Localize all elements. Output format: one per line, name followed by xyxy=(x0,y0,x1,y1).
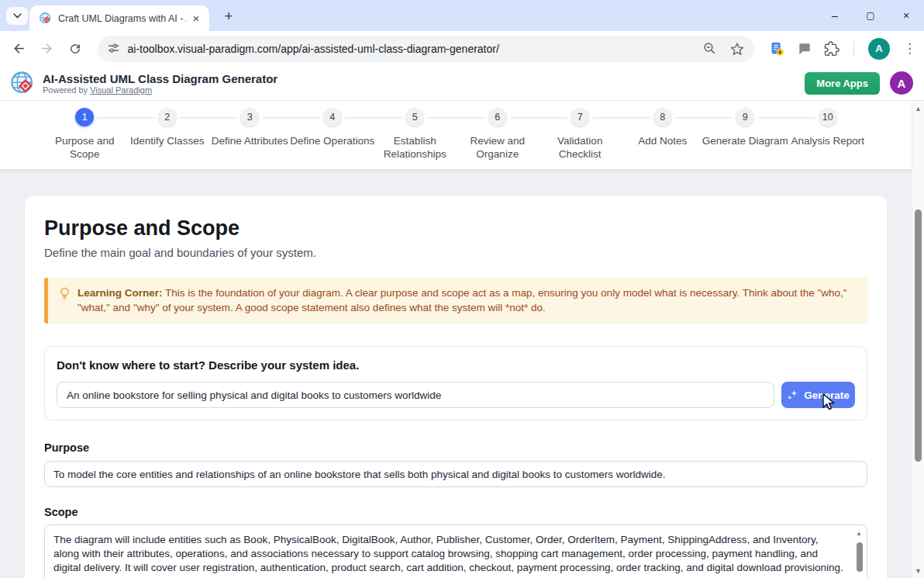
stepper-step-define-operations[interactable]: 4Define Operations xyxy=(291,108,374,161)
step-number: 10 xyxy=(819,108,837,126)
scope-label: Scope xyxy=(44,506,867,518)
describe-heading: Don't know where to start? Describe your… xyxy=(57,358,855,372)
stepper-step-add-notes[interactable]: 8Add Notes xyxy=(622,108,705,161)
stepper-step-purpose-and-scope[interactable]: 1Purpose and Scope xyxy=(43,108,126,161)
describe-panel: Don't know where to start? Describe your… xyxy=(44,346,867,421)
step-number: 6 xyxy=(488,108,507,126)
step-number: 9 xyxy=(736,108,754,126)
browser-toolbar: ai-toolbox.visual-paradigm.com/app/ai-as… xyxy=(0,31,924,66)
generate-button[interactable]: Generate xyxy=(781,382,855,408)
app-title: AI-Assisted UML Class Diagram Generator xyxy=(43,72,278,85)
maximize-button[interactable]: ▢ xyxy=(853,0,888,31)
page-content: 1Purpose and Scope 2Identify Classes 3De… xyxy=(0,101,912,578)
toolbar-extensions-area: A ⋮ xyxy=(768,38,924,60)
step-label: Define Attributes xyxy=(205,134,295,147)
step-label: Define Operations xyxy=(288,134,378,147)
step-number: 3 xyxy=(240,108,259,126)
reload-icon xyxy=(68,42,82,56)
step-label: Add Notes xyxy=(618,134,708,147)
step-number: 7 xyxy=(571,108,589,126)
page-title: Purpose and Scope xyxy=(44,216,867,241)
page-scrollbar-thumb[interactable] xyxy=(915,209,922,462)
scope-textarea[interactable]: The diagram will include entities such a… xyxy=(44,524,867,578)
step-label: Establish Relationships xyxy=(370,134,460,161)
reading-list-icon[interactable] xyxy=(768,40,785,57)
site-settings-icon[interactable] xyxy=(107,42,120,55)
stepper-step-validation-checklist[interactable]: 7Validation Checklist xyxy=(539,108,622,161)
browser-titlebar: Craft UML Diagrams with AI - A × + – ▢ × xyxy=(0,0,924,31)
stepper-step-generate-diagram[interactable]: 9Generate Diagram xyxy=(704,108,787,161)
step-label: Purpose and Scope xyxy=(40,134,129,161)
tab-close-icon[interactable]: × xyxy=(189,12,203,26)
forward-icon xyxy=(40,41,54,56)
step-label: Identify Classes xyxy=(122,134,212,147)
visual-paradigm-link[interactable]: Visual Paradigm xyxy=(90,85,152,95)
page-subtitle: Define the main goal and boundaries of y… xyxy=(44,246,867,259)
step-label: Review and Organize xyxy=(453,134,543,161)
generate-label: Generate xyxy=(804,389,850,401)
sparkles-icon xyxy=(787,389,798,401)
stepper-step-review-and-organize[interactable]: 6Review and Organize xyxy=(457,108,540,161)
visual-paradigm-logo xyxy=(9,70,36,96)
minimize-button[interactable]: – xyxy=(817,0,853,31)
chevron-down-icon xyxy=(13,13,22,19)
step-number: 8 xyxy=(653,108,672,126)
stepper-step-establish-relationships[interactable]: 5Establish Relationships xyxy=(374,108,457,161)
url-bar[interactable]: ai-toolbox.visual-paradigm.com/app/ai-as… xyxy=(98,36,754,62)
zoom-icon[interactable] xyxy=(702,41,717,56)
step-number: 5 xyxy=(405,108,424,126)
bookmark-star-icon[interactable] xyxy=(729,41,745,57)
step-number: 4 xyxy=(323,108,342,126)
back-button[interactable] xyxy=(8,37,31,61)
browser-menu-icon[interactable]: ⋮ xyxy=(903,40,916,57)
scroll-up-icon[interactable]: ▲ xyxy=(856,530,862,537)
new-tab-button[interactable]: + xyxy=(219,7,239,26)
step-number: 1 xyxy=(75,108,94,126)
learning-corner: Learning Corner: This is the foundation … xyxy=(44,278,867,324)
step-label: Validation Checklist xyxy=(535,134,625,161)
forward-button[interactable] xyxy=(36,37,59,61)
stepper-step-define-attributes[interactable]: 3Define Attributes xyxy=(209,108,291,161)
visual-paradigm-favicon xyxy=(39,12,52,25)
scroll-up-icon[interactable]: ▲ xyxy=(915,105,922,112)
window-controls: – ▢ × xyxy=(817,0,924,31)
powered-by: Powered by Visual Paradigm xyxy=(43,85,278,95)
system-idea-input[interactable] xyxy=(57,382,774,408)
browser-profile-avatar[interactable]: A xyxy=(868,38,890,60)
app-header: AI-Assisted UML Class Diagram Generator … xyxy=(0,66,924,101)
close-button[interactable]: × xyxy=(888,0,924,31)
tab-search-button[interactable] xyxy=(6,7,28,25)
step-label: Analysis Report xyxy=(783,134,873,147)
url-text[interactable]: ai-toolbox.visual-paradigm.com/app/ai-as… xyxy=(128,43,499,55)
purpose-input[interactable] xyxy=(44,461,867,487)
reload-button[interactable] xyxy=(64,37,87,61)
back-icon xyxy=(12,41,26,56)
stepper-step-analysis-report[interactable]: 10Analysis Report xyxy=(787,108,870,161)
scroll-down-icon[interactable]: ▼ xyxy=(915,567,922,575)
extensions-icon[interactable] xyxy=(824,41,840,57)
more-apps-button[interactable]: More Apps xyxy=(805,72,880,95)
scope-scrollbar-thumb[interactable] xyxy=(857,542,863,572)
purpose-label: Purpose xyxy=(44,441,867,454)
main-card: Purpose and Scope Define the main goal a… xyxy=(25,196,887,578)
scope-scrollbar[interactable]: ▲ xyxy=(855,528,864,578)
lightbulb-icon xyxy=(59,287,71,315)
step-number: 2 xyxy=(158,108,177,126)
stepper-step-identify-classes[interactable]: 2Identify Classes xyxy=(126,108,209,161)
tab-title: Craft UML Diagrams with AI - A xyxy=(58,13,186,24)
comment-icon[interactable] xyxy=(797,41,812,57)
step-wizard: 1Purpose and Scope 2Identify Classes 3De… xyxy=(0,101,912,169)
page-scrollbar[interactable]: ▲ ▼ xyxy=(912,101,924,578)
app-user-avatar[interactable]: A xyxy=(890,71,913,95)
toolbar-divider xyxy=(853,41,854,57)
learning-corner-text: Learning Corner: This is the foundation … xyxy=(78,286,855,315)
browser-tab[interactable]: Craft UML Diagrams with AI - A × xyxy=(29,5,209,31)
step-label: Generate Diagram xyxy=(700,134,790,147)
